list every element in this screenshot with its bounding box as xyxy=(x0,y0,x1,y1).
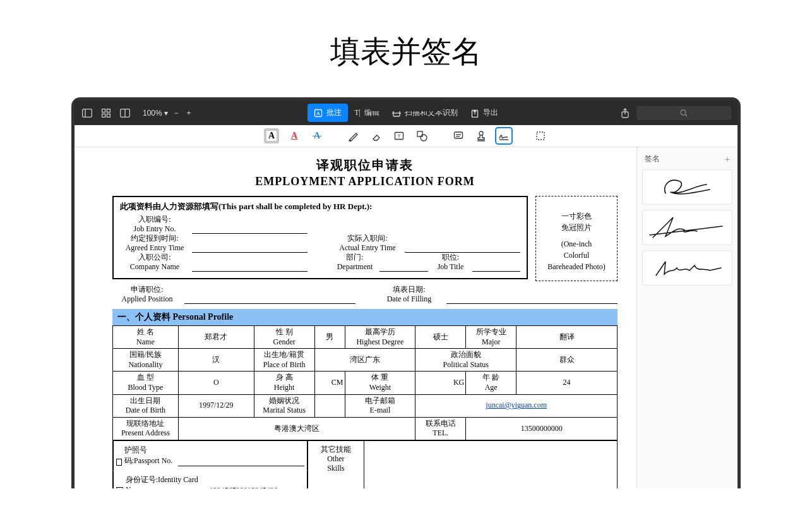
svg-rect-5 xyxy=(107,114,110,117)
workspace: 译观职位申请表 EMPLOYMENT APPLICATION FORM 此项资料… xyxy=(75,147,737,488)
value-address[interactable]: 粤港澳大湾区 xyxy=(178,417,415,440)
other-skills-value[interactable] xyxy=(364,440,618,488)
svg-rect-3 xyxy=(107,109,110,112)
svg-rect-0 xyxy=(83,109,92,117)
value-weight[interactable]: KG xyxy=(415,372,466,394)
value-major[interactable]: 翻译 xyxy=(516,326,618,349)
notch xyxy=(368,100,444,111)
section-personal-profile: 一、个人资料 Personal Profile xyxy=(112,309,618,325)
svg-text:T: T xyxy=(398,133,401,139)
other-skills-label: 其它技能 Other Skills xyxy=(307,440,364,488)
passport-row[interactable]: 护照号码:Passport No. xyxy=(113,441,307,470)
value-idcard: 123456789012345436 xyxy=(210,486,304,488)
tab-annotate[interactable]: A 批注 xyxy=(307,104,348,122)
hr-box-title: 此项资料由人力资源部填写(This part shall be complete… xyxy=(120,201,520,212)
device-frame: 100% ▾ − + A 批注 T| 编辑 扫描和文本识别 导出 xyxy=(71,97,741,488)
grid-view-icon[interactable] xyxy=(100,107,112,119)
stamp-tool[interactable] xyxy=(474,128,489,143)
hr-info-box: 此项资料由人力资源部填写(This part shall be complete… xyxy=(112,196,528,279)
doc-title-cn: 译观职位申请表 xyxy=(112,157,618,174)
split-view-icon[interactable] xyxy=(119,107,131,119)
value-degree[interactable]: 硕士 xyxy=(415,326,466,349)
value-age[interactable]: 24 xyxy=(516,372,618,394)
signature-panel-title: 签名 xyxy=(645,154,660,164)
strikethrough-tool[interactable]: A xyxy=(309,128,325,143)
zoom-in-button[interactable]: + xyxy=(184,107,193,119)
svg-point-19 xyxy=(421,135,427,141)
svg-point-14 xyxy=(681,110,686,115)
search-icon xyxy=(680,109,688,117)
annotation-toolbar: A A A T xyxy=(75,125,737,147)
value-dob[interactable]: 1997/12/29 xyxy=(178,394,254,417)
photo-placeholder[interactable]: 一寸彩色 免冠照片 (One-inch Colorful Bareheaded … xyxy=(535,196,618,281)
idcard-checkbox[interactable] xyxy=(116,487,123,488)
idcard-row[interactable]: 身份证号:Identity Card No. 12345678901234543… xyxy=(113,470,307,488)
share-icon[interactable] xyxy=(619,107,631,119)
signature-3[interactable] xyxy=(642,250,732,286)
document-canvas[interactable]: 译观职位申请表 EMPLOYMENT APPLICATION FORM 此项资料… xyxy=(75,147,636,488)
value-email[interactable]: juncai@yiguan.com xyxy=(415,394,618,417)
eraser-tool[interactable] xyxy=(369,128,384,143)
doc-title-en: EMPLOYMENT APPLICATION FORM xyxy=(112,175,618,188)
personal-profile-table: 姓 名Name 郑君才 性 别Gender 男 最高学历Highest Degr… xyxy=(112,325,618,440)
signature-2[interactable] xyxy=(642,210,732,245)
svg-point-23 xyxy=(479,131,483,135)
svg-rect-20 xyxy=(455,132,463,138)
svg-rect-2 xyxy=(102,109,105,112)
svg-rect-26 xyxy=(537,132,544,140)
pen-tool[interactable] xyxy=(346,128,361,143)
svg-line-15 xyxy=(685,114,687,116)
signature-panel: 签名 + xyxy=(636,147,737,488)
value-political[interactable]: 群众 xyxy=(516,349,618,372)
value-birthplace[interactable]: 湾区广东 xyxy=(314,349,415,372)
search-input[interactable] xyxy=(636,106,731,120)
zoom-control: 100% ▾ − + xyxy=(143,107,193,119)
value-tel[interactable]: 13500000000 xyxy=(466,417,618,440)
signature-tool[interactable] xyxy=(496,128,511,143)
value-nationality[interactable]: 汉 xyxy=(178,349,254,372)
textbox-tool[interactable]: T xyxy=(391,128,407,143)
signature-1[interactable] xyxy=(642,169,732,205)
tab-export[interactable]: 导出 xyxy=(464,104,505,122)
zoom-value[interactable]: 100% ▾ xyxy=(143,109,168,118)
zoom-out-button[interactable]: − xyxy=(172,107,181,119)
page-heading: 填表并签名 xyxy=(0,0,812,97)
value-name[interactable]: 郑君才 xyxy=(178,326,254,349)
add-signature-button[interactable]: + xyxy=(725,154,730,164)
select-area-tool[interactable] xyxy=(533,128,548,143)
shape-tool[interactable] xyxy=(414,128,429,143)
sidebar-toggle-icon[interactable] xyxy=(81,107,93,119)
underline-tool[interactable]: A xyxy=(287,128,302,143)
highlight-text-tool[interactable]: A xyxy=(264,128,279,143)
value-blood[interactable]: O xyxy=(178,372,254,394)
svg-text:A: A xyxy=(316,111,320,116)
passport-checkbox[interactable] xyxy=(116,459,122,466)
value-marital[interactable] xyxy=(314,394,345,417)
value-gender[interactable]: 男 xyxy=(314,326,345,349)
svg-rect-4 xyxy=(102,114,105,117)
value-height[interactable]: CM xyxy=(314,372,345,394)
note-tool[interactable] xyxy=(451,128,466,143)
